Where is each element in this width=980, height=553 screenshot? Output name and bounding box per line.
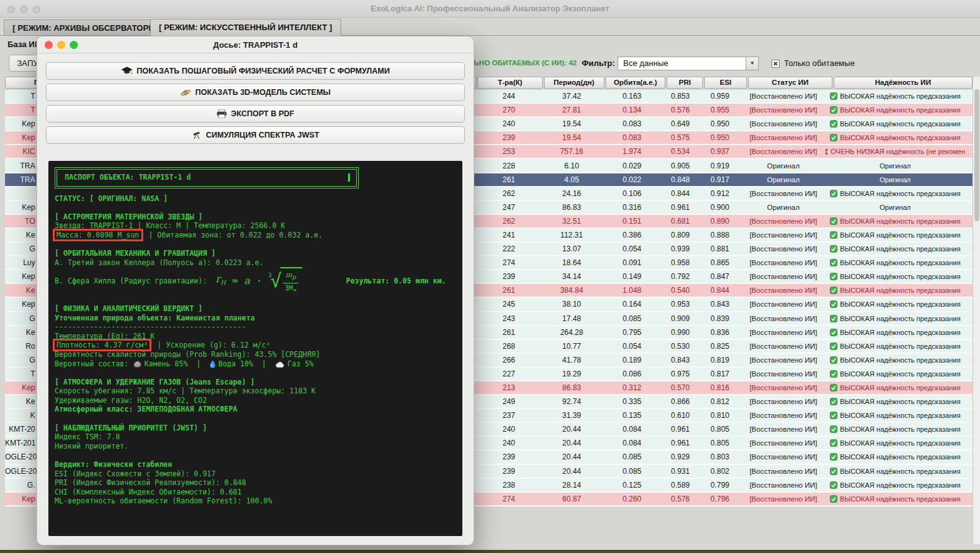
cell-pri: 0.848: [662, 175, 699, 184]
cell-ai-reliability: ВЫСОКАЯ надёжность предсказания: [825, 134, 965, 141]
cell-period: 27.81: [542, 106, 602, 114]
cross-icon: [825, 148, 828, 155]
cell-ai-reliability: ВЫСОКАЯ надёжность предсказания: [825, 468, 965, 475]
column-header-temp[interactable]: Т-ра(К): [477, 77, 543, 89]
hill-sphere-line: B. Сфера Хилла (Радиус гравитации): rH ≈…: [55, 267, 462, 295]
terminal-text: B. Сфера Хилла (Радиус гравитации):: [55, 276, 215, 286]
cell-pri: 0.953: [662, 300, 699, 309]
cell-orbit: 0.335: [602, 397, 662, 406]
cell-ai-reliability: ОЧЕНЬ НИЗКАЯ надёжность (не рекоменд: [825, 148, 965, 155]
dialog-titlebar: Досье: TRAPPIST-1 d: [37, 36, 474, 53]
cell-ai-status: [Восстановлено ИИ]: [741, 245, 825, 253]
droplet-icon: [210, 359, 215, 368]
cell-temperature: 270: [476, 106, 542, 114]
cell-pri: 0.909: [662, 314, 699, 323]
show-3d-model-button[interactable]: ПОКАЗАТЬ 3D-МОДЕЛЬ СИСТЕМЫ: [46, 84, 465, 101]
reliability-label: ВЫСОКАЯ надёжность предсказания: [840, 412, 961, 419]
cell-temperature: 262: [476, 217, 542, 226]
check-icon: [830, 384, 837, 391]
check-icon: [830, 495, 837, 503]
cell-period: 20.44: [542, 425, 602, 434]
cell-period: 28.14: [542, 481, 602, 490]
cell-period: 34.14: [542, 272, 602, 281]
cell-ai-status: [Восстановлено ИИ]: [741, 481, 825, 489]
only-habitable-checkbox[interactable]: ✕: [771, 60, 780, 68]
check-icon: [830, 481, 837, 489]
cell-period: 92.74: [542, 397, 602, 406]
cell-pri: 0.975: [662, 370, 699, 378]
cell-period: 757.16: [542, 147, 602, 156]
reliability-label: ВЫСОКАЯ надёжность предсказания: [840, 120, 961, 128]
window-title: ExoLogica AI: Профессиональный Анализато…: [0, 4, 980, 13]
terminal-line: [ АТМОСФЕРА И УДЕРЖАНИЕ ГАЗОВ (Jeans Esc…: [55, 378, 462, 387]
check-icon: [830, 370, 837, 378]
column-header-esi[interactable]: ESI: [704, 77, 747, 89]
filter-dropdown-value: Все данные: [623, 58, 668, 68]
jwst-spectrum-button[interactable]: СИМУЛЯЦИЯ СПЕКТРА JWST: [46, 126, 465, 144]
cell-temperature: 266: [476, 356, 542, 364]
column-header-orbit[interactable]: Орбита(а.е.): [606, 77, 666, 89]
column-header-pri[interactable]: PRI: [667, 77, 703, 89]
tab-artificial-intelligence[interactable]: [ РЕЖИМ: ИСКУССТВЕННЫЙ ИНТЕЛЛЕКТ ]: [150, 19, 341, 36]
export-pdf-button[interactable]: ЭКСПОРТ В PDF: [46, 105, 465, 123]
check-icon: [830, 356, 837, 364]
cell-ai-reliability: ВЫСОКАЯ надёжность предсказания: [825, 370, 965, 378]
check-icon: [830, 425, 837, 433]
check-icon: [830, 398, 837, 405]
check-icon: [830, 439, 837, 447]
check-icon: [830, 92, 837, 100]
cell-esi: 0.825: [699, 342, 741, 351]
cell-temperature: 241: [476, 231, 542, 239]
reliability-label: ВЫСОКАЯ надёжность предсказания: [840, 356, 961, 364]
telescope-icon: [192, 130, 202, 140]
check-icon: [830, 217, 837, 225]
passport-title: ПАСПОРТ ОБЪЕКТА: TRAPPIST-1 d: [65, 173, 191, 182]
cell-ai-reliability: ВЫСОКАЯ надёжность предсказания: [825, 398, 965, 405]
cell-esi: 0.890: [699, 217, 741, 226]
show-physics-calc-button[interactable]: ПОКАЗАТЬ ПОШАГОВЫЙ ФИЗИЧЕСКИЙ РАСЧЕТ С Ф…: [46, 62, 465, 80]
cell-esi: 0.950: [699, 119, 741, 128]
cell-ai-reliability: ВЫСОКАЯ надёжность предсказания: [825, 259, 965, 266]
cell-ai-reliability: ВЫСОКАЯ надёжность предсказания: [825, 412, 965, 419]
check-icon: [830, 134, 837, 141]
cell-temperature: 261: [476, 175, 542, 184]
cell-ai-status: [Восстановлено ИИ]: [741, 287, 825, 294]
check-icon: [830, 315, 837, 322]
cell-pri: 0.589: [662, 481, 699, 490]
cell-ai-reliability: ВЫСОКАЯ надёжность предсказания: [825, 425, 965, 433]
cell-orbit: 0.054: [602, 342, 662, 351]
cell-ai-reliability: ВЫСОКАЯ надёжность предсказания: [825, 245, 965, 253]
terminal-line: [ ОРБИТАЛЬНАЯ МЕХАНИКА И ГРАВИТАЦИЯ ]: [55, 249, 462, 258]
cell-orbit: 0.084: [602, 439, 662, 447]
cell-orbit: 0.054: [602, 244, 662, 253]
cell-esi: 0.881: [699, 244, 741, 253]
reliability-label: ВЫСОКАЯ надёжность предсказания: [840, 134, 961, 141]
cell-pri: 0.905: [662, 162, 699, 170]
column-header-rel[interactable]: Надёжность ИИ: [834, 77, 972, 89]
cell-esi: 0.912: [699, 189, 741, 198]
cell-pri: 0.610: [662, 411, 699, 420]
reliability-label: ВЫСОКАЯ надёжность предсказания: [840, 398, 961, 405]
chevron-down-icon[interactable]: ▼: [746, 57, 758, 70]
check-icon: [830, 245, 837, 253]
reliability-label: Оригинал: [879, 162, 911, 170]
cell-orbit: 0.163: [602, 92, 662, 101]
filter-dropdown[interactable]: Все данные ▼: [618, 57, 759, 70]
cell-esi: 0.917: [699, 175, 741, 184]
cell-period: 17.48: [542, 314, 602, 323]
terminal-line: [ ФИЗИКА И АНАЛИТИЧЕСКИЙ ВЕРДИКТ ]: [55, 304, 462, 314]
column-header-status[interactable]: Статус ИИ: [748, 77, 832, 89]
cell-esi: 0.955: [699, 106, 741, 114]
column-header-period[interactable]: Период(дн): [544, 77, 604, 89]
scrollbar-thumb[interactable]: [974, 89, 979, 221]
cell-pri: 0.929: [662, 452, 699, 461]
cell-period: 32.51: [542, 217, 602, 226]
cell-period: 18.64: [542, 258, 602, 267]
cell-orbit: 0.164: [602, 300, 662, 309]
vertical-scrollbar[interactable]: [972, 77, 980, 544]
tab-observatory-archives[interactable]: [ РЕЖИМ: АРХИВЫ ОБСЕРВАТОРИЙ ]: [4, 19, 174, 36]
terminal-line: Уточненная природа объекта: Каменистая п…: [55, 314, 462, 323]
reliability-label: ВЫСОКАЯ надёжность предсказания: [840, 92, 961, 100]
terminal-line: Вероятность скалистой природы (Prob Rank…: [55, 350, 462, 359]
button-label: ПОКАЗАТЬ 3D-МОДЕЛЬ СИСТЕМЫ: [195, 88, 331, 97]
